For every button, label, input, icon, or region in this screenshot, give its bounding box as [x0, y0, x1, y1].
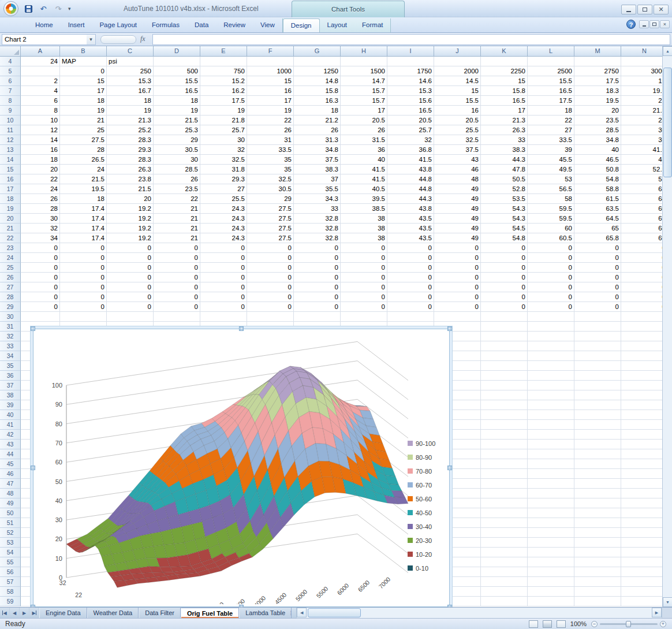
cell-L26[interactable]: 0	[528, 273, 574, 282]
cell-K19[interactable]: 54.3	[481, 204, 528, 214]
cell-M51[interactable]	[574, 518, 621, 528]
cell-N51[interactable]	[621, 518, 662, 528]
cell-B13[interactable]: 28	[60, 145, 107, 155]
cell-M55[interactable]	[574, 557, 621, 567]
cell-C23[interactable]: 0	[107, 243, 154, 253]
cell-J20[interactable]: 49	[434, 214, 481, 224]
cell-B19[interactable]: 17.4	[60, 204, 107, 214]
horizontal-scroll-thumb[interactable]	[308, 608, 361, 617]
cell-N18[interactable]: 64	[621, 194, 662, 204]
cell-I5[interactable]: 1750	[387, 66, 434, 76]
cell-D23[interactable]: 0	[154, 243, 200, 253]
row-header-35[interactable]: 35	[0, 361, 21, 371]
cell-B9[interactable]: 19	[60, 106, 107, 116]
horizontal-scrollbar[interactable]: ◀ ▶	[296, 608, 662, 618]
cell-L28[interactable]: 0	[528, 292, 574, 302]
cell-G9[interactable]: 18	[294, 106, 341, 116]
cell-F18[interactable]: 29	[247, 194, 294, 204]
cell-F12[interactable]: 31	[247, 135, 294, 145]
cell-E16[interactable]: 29.3	[200, 174, 247, 184]
cell-C11[interactable]: 25.2	[107, 125, 154, 135]
cell-H5[interactable]: 1500	[341, 66, 387, 76]
row-header-45[interactable]: 45	[0, 459, 21, 469]
cell-I12[interactable]: 32	[387, 135, 434, 145]
cell-G26[interactable]: 0	[294, 273, 341, 282]
cell-N50[interactable]	[621, 508, 662, 518]
cell-K25[interactable]: 0	[481, 263, 528, 273]
cell-H18[interactable]: 39.5	[341, 194, 387, 204]
cell-F25[interactable]: 0	[247, 263, 294, 273]
cell-B26[interactable]: 0	[60, 273, 107, 282]
row-header-5[interactable]: 5	[0, 66, 21, 76]
cell-M57[interactable]	[574, 577, 621, 587]
cell-J6[interactable]: 14.5	[434, 76, 481, 86]
cell-H28[interactable]: 0	[341, 292, 387, 302]
cell-L58[interactable]	[528, 587, 574, 597]
cell-M10[interactable]: 23.5	[574, 116, 621, 125]
cell-L16[interactable]: 53	[528, 174, 574, 184]
previous-sheet-button[interactable]: ◀	[10, 608, 20, 618]
cell-J27[interactable]: 0	[434, 282, 481, 292]
cell-M52[interactable]	[574, 528, 621, 538]
cell-B14[interactable]: 26.5	[60, 155, 107, 165]
cell-G7[interactable]: 15.8	[294, 86, 341, 96]
cell-I28[interactable]: 0	[387, 292, 434, 302]
cell-L53[interactable]	[528, 538, 574, 548]
cell-A5[interactable]	[21, 66, 60, 76]
cell-N5[interactable]: 3000	[621, 66, 662, 76]
cell-I7[interactable]: 15.3	[387, 86, 434, 96]
cell-A8[interactable]: 6	[21, 96, 60, 106]
cell-N56[interactable]	[621, 567, 662, 577]
cell-L15[interactable]: 49.5	[528, 165, 574, 174]
cell-G5[interactable]: 1250	[294, 66, 341, 76]
cell-E29[interactable]: 0	[200, 302, 247, 312]
select-all-corner[interactable]	[0, 46, 21, 57]
cell-L24[interactable]: 0	[528, 253, 574, 263]
cell-M50[interactable]	[574, 508, 621, 518]
cell-A19[interactable]: 28	[21, 204, 60, 214]
row-header-53[interactable]: 53	[0, 538, 21, 548]
cell-C29[interactable]: 0	[107, 302, 154, 312]
cell-G29[interactable]: 0	[294, 302, 341, 312]
cell-E15[interactable]: 31.8	[200, 165, 247, 174]
cell-E27[interactable]: 0	[200, 282, 247, 292]
cell-H14[interactable]: 40	[341, 155, 387, 165]
cell-N45[interactable]	[621, 459, 662, 469]
cell-G27[interactable]: 0	[294, 282, 341, 292]
redo-button[interactable]: ↷	[53, 3, 64, 14]
cell-N39[interactable]	[621, 400, 662, 410]
cell-I10[interactable]: 20.5	[387, 116, 434, 125]
cell-J16[interactable]: 48	[434, 174, 481, 184]
cell-A27[interactable]: 0	[21, 282, 60, 292]
cell-N55[interactable]	[621, 557, 662, 567]
cell-K38[interactable]	[481, 390, 528, 400]
cell-H9[interactable]: 17	[341, 106, 387, 116]
cell-K39[interactable]	[481, 400, 528, 410]
cell-K29[interactable]: 0	[481, 302, 528, 312]
cell-G11[interactable]: 26	[294, 125, 341, 135]
cell-M53[interactable]	[574, 538, 621, 548]
cell-L20[interactable]: 59.5	[528, 214, 574, 224]
cell-M11[interactable]: 28.5	[574, 125, 621, 135]
cell-C20[interactable]: 19.2	[107, 214, 154, 224]
column-header-F[interactable]: F	[247, 46, 294, 57]
chart-resize-handle[interactable]	[31, 326, 35, 331]
maximize-button[interactable]	[637, 5, 652, 14]
cell-K56[interactable]	[481, 567, 528, 577]
cell-B4[interactable]: MAP	[60, 57, 107, 66]
cell-N42[interactable]	[621, 430, 662, 440]
cell-K35[interactable]	[481, 361, 528, 371]
cell-N41[interactable]	[621, 420, 662, 430]
cell-N12[interactable]: 36	[621, 135, 662, 145]
cell-C9[interactable]: 19	[107, 106, 154, 116]
cell-I27[interactable]: 0	[387, 282, 434, 292]
cell-L49[interactable]	[528, 498, 574, 508]
cell-M19[interactable]: 63.5	[574, 204, 621, 214]
cell-L17[interactable]: 56.5	[528, 184, 574, 194]
cell-M48[interactable]	[574, 489, 621, 498]
zoom-slider-track[interactable]	[600, 623, 658, 625]
cell-M14[interactable]: 46.5	[574, 155, 621, 165]
cell-F15[interactable]: 35	[247, 165, 294, 174]
cell-N54[interactable]	[621, 548, 662, 557]
cell-I13[interactable]: 36.8	[387, 145, 434, 155]
